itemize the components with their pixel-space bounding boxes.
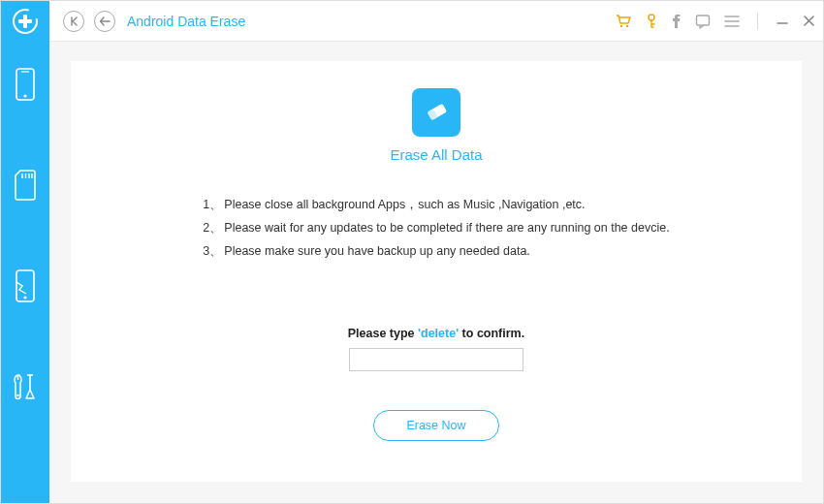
svg-point-15	[23, 296, 26, 299]
nav-first-icon	[69, 16, 79, 26]
erase-icon-box	[412, 88, 460, 137]
plus-logo-icon	[13, 9, 38, 34]
instruction-text: Please make sure you have backup up any …	[224, 240, 530, 264]
svg-point-16	[16, 394, 19, 397]
tools-icon	[12, 372, 39, 401]
page-title: Android Data Erase	[127, 14, 245, 29]
confirm-suffix: to confirm.	[462, 327, 525, 340]
app-window: Android Data Erase	[0, 0, 824, 504]
instruction-text: Please wait for any updates to be comple…	[224, 217, 669, 240]
facebook-icon[interactable]	[672, 12, 681, 31]
instruction-row: 2、Please wait for any updates to be comp…	[203, 217, 669, 240]
erase-title: Erase All Data	[390, 146, 482, 163]
nav-back-button[interactable]	[94, 11, 115, 32]
nav-first-button[interactable]	[63, 11, 84, 32]
confirm-text: Please type 'delete' to confirm.	[348, 327, 524, 340]
sidebar-item-broken-phone[interactable]	[11, 263, 40, 309]
svg-point-5	[649, 15, 654, 20]
confirm-input[interactable]	[349, 348, 523, 371]
instruction-row: 1、Please close all background Apps，such …	[203, 194, 669, 217]
sidebar	[1, 42, 49, 503]
sidebar-item-tools[interactable]	[11, 363, 40, 410]
confirm-keyword: 'delete'	[415, 327, 462, 340]
svg-rect-2	[18, 19, 32, 23]
sdcard-icon	[13, 170, 38, 201]
minimize-button[interactable]	[776, 12, 789, 31]
app-logo	[1, 1, 49, 42]
svg-point-3	[620, 24, 622, 26]
titlebar: Android Data Erase	[1, 1, 823, 42]
content-area: Erase All Data 1、Please close all backgr…	[49, 42, 823, 503]
key-icon[interactable]	[645, 12, 658, 31]
instruction-text: Please close all background Apps，such as…	[224, 194, 585, 217]
phone-icon	[15, 67, 36, 102]
instruction-row: 3、Please make sure you have backup up an…	[203, 240, 669, 264]
sidebar-item-phone[interactable]	[11, 61, 40, 108]
confirm-prefix: Please type	[348, 327, 415, 340]
broken-phone-icon	[15, 268, 36, 303]
eraser-icon	[422, 98, 451, 127]
confirm-block: Please type 'delete' to confirm.	[348, 327, 524, 371]
main-panel: Erase All Data 1、Please close all backgr…	[71, 61, 802, 482]
nav-buttons	[63, 11, 115, 32]
divider	[757, 13, 758, 30]
cart-icon[interactable]	[616, 12, 631, 31]
svg-rect-6	[697, 16, 710, 25]
instructions: 1、Please close all background Apps，such …	[203, 194, 669, 263]
svg-point-4	[626, 24, 628, 26]
body: Erase All Data 1、Please close all backgr…	[1, 42, 823, 503]
sidebar-item-sdcard[interactable]	[11, 162, 40, 208]
menu-icon[interactable]	[724, 12, 740, 31]
close-button[interactable]	[803, 12, 815, 31]
feedback-icon[interactable]	[695, 12, 711, 31]
arrow-left-icon	[99, 16, 111, 26]
erase-now-button[interactable]: Erase Now	[373, 410, 499, 441]
svg-point-8	[23, 94, 26, 97]
top-icons	[616, 12, 815, 31]
